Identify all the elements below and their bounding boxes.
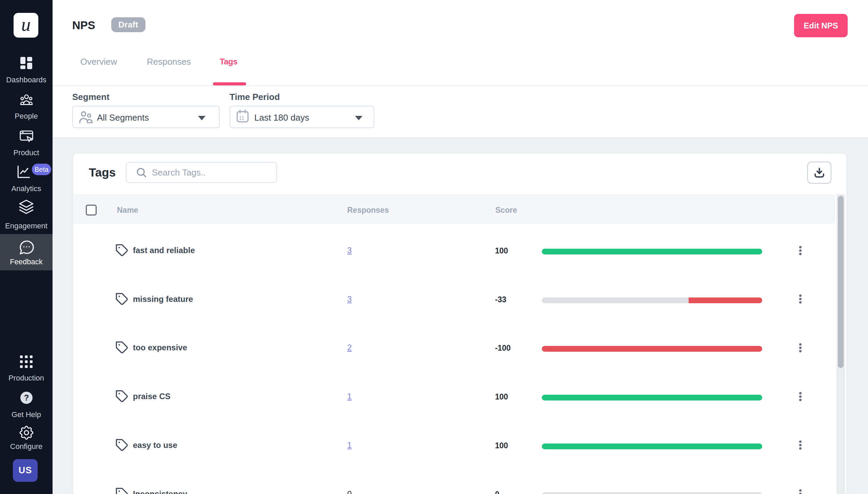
svg-text:?: ? xyxy=(24,393,29,402)
